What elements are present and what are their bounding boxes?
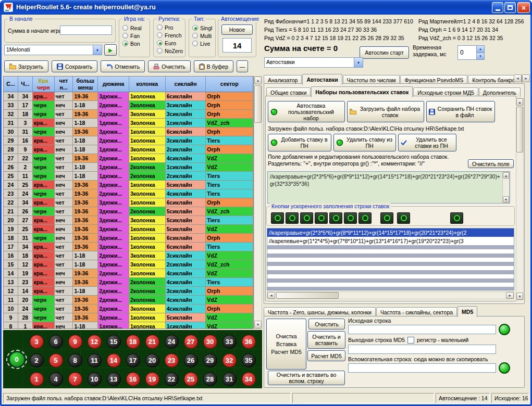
board-number-27[interactable]: 27 (184, 335, 198, 349)
table-row[interactable]: 1214кра...чет1-182дюжи...2колонка3сиклай… (4, 287, 253, 296)
board-number-6[interactable]: 6 (49, 335, 63, 349)
table-row[interactable]: 1120чернчет19-362дюжи...2колонка4сиклайн… (4, 296, 253, 304)
md5-clear-button[interactable]: Очистить (308, 319, 345, 329)
bet-list-item-1[interactable]: //кареправые+gr(2*3*5*6)+gr(8*9*11*12)+g… (267, 229, 514, 237)
bottom-tab-1[interactable]: Частота - Zero, шансы, дюжины, колонки (264, 307, 376, 316)
board-number-20[interactable]: 20 (145, 353, 159, 367)
board-number-36[interactable]: 36 (242, 335, 256, 349)
board-cell-35[interactable]: 35 (240, 351, 257, 369)
board-cell-20[interactable]: 20 (143, 351, 161, 369)
board-cell-34[interactable]: 34 (240, 370, 257, 388)
sub-tab-2[interactable]: Наборы пользовательских ставок (311, 86, 413, 97)
md5-clear-paste-aux-button[interactable]: Очистить и вставить во вспом. строку (268, 371, 345, 385)
table-row[interactable]: 262чернчет1-181дюжи...2колонка1сиклайнVd… (4, 163, 253, 172)
quick-fill-button-10[interactable] (450, 212, 463, 224)
column-header-2[interactable]: Ч... (18, 77, 33, 92)
board-number-8[interactable]: 8 (68, 353, 82, 367)
board-number-10[interactable]: 10 (88, 372, 102, 386)
md5-source-copy-button[interactable] (499, 324, 510, 335)
radio-option-multi[interactable]: Multi (189, 32, 215, 40)
table-row[interactable]: 1512кра...чет1-181дюжи...3колонка2сиклай… (4, 260, 253, 269)
radio-option-euro[interactable]: Euro (154, 39, 185, 47)
md5-aux-input[interactable] (348, 363, 496, 373)
radio-icon[interactable] (157, 48, 163, 54)
radio-option-fan[interactable]: Fan (119, 32, 150, 40)
board-cell-1[interactable]: 1 (28, 370, 45, 388)
column-header-1[interactable]: С... (4, 77, 18, 92)
board-cell-31[interactable]: 31 (220, 370, 238, 388)
board-number-17[interactable]: 17 (126, 353, 140, 367)
toolbar-undo-button[interactable]: Отменить (101, 60, 145, 72)
minimize-button[interactable] (492, 2, 503, 13)
board-cell-30[interactable]: 30 (201, 333, 219, 350)
board-cell-17[interactable]: 17 (124, 351, 142, 369)
collapse-button[interactable]: — (237, 60, 248, 72)
board-number-19[interactable]: 19 (145, 372, 159, 386)
board-cell-4[interactable]: 4 (47, 370, 65, 388)
board-number-26[interactable]: 26 (184, 353, 198, 367)
board-cell-8[interactable]: 8 (66, 351, 84, 369)
board-number-16[interactable]: 16 (126, 372, 140, 386)
table-row[interactable]: 2425кра...неч19-363дюжи...1колонка5сикла… (4, 181, 253, 189)
maximize-button[interactable] (504, 2, 516, 13)
quick-fill-button-9[interactable] (397, 212, 410, 224)
table-row[interactable]: 3434кра...чет19-363дюжи...1колонка6сикла… (4, 92, 253, 101)
quick-fill-button-5[interactable] (329, 212, 342, 224)
board-cell-18[interactable]: 18 (124, 333, 142, 350)
board-number-1[interactable]: 1 (30, 372, 44, 386)
scroll-up-icon[interactable]: ▲ (503, 172, 509, 179)
table-row[interactable]: 2722чернчет19-362дюжи...1колонка4сиклайн… (4, 154, 253, 163)
board-number-23[interactable]: 23 (165, 353, 179, 367)
add-bet-button[interactable]: Добавить ставку в ПН (268, 134, 331, 151)
board-number-3[interactable]: 3 (30, 335, 44, 349)
board-number-33[interactable]: 33 (222, 335, 237, 349)
board-cell-21[interactable]: 21 (143, 333, 161, 350)
radio-icon[interactable] (157, 40, 163, 46)
table-row[interactable]: 1323кра...неч19-362дюжи...2колонка4сикла… (4, 278, 253, 287)
radio-icon[interactable] (192, 25, 198, 31)
preset-combo[interactable]: 1Melonati ▼ (4, 45, 102, 55)
quick-fill-button-4[interactable] (315, 212, 328, 224)
board-cell-26[interactable]: 26 (182, 351, 200, 369)
table-row[interactable]: 1419кра...неч19-362дюжи...1колонка4сикла… (4, 269, 253, 278)
column-header-5[interactable]: большменш (73, 77, 98, 92)
board-cell-28[interactable]: 28 (201, 370, 219, 388)
board-number-34[interactable]: 34 (242, 372, 256, 386)
table-row[interactable]: 81кра...неч1-181дюжи...1колонка1сиклайнV… (4, 322, 253, 329)
autobet-custom-set-button[interactable]: Автоставка пользовательский набор (268, 101, 345, 122)
main-tab-2[interactable]: Автоставки (302, 74, 342, 85)
board-cell-9[interactable]: 9 (66, 333, 84, 350)
quick-fill-button-1[interactable] (271, 212, 284, 224)
radio-option-live[interactable]: Live (189, 40, 215, 47)
scroll-down-icon[interactable]: ▼ (503, 196, 509, 202)
save-bet-file-button[interactable]: Сохранить ПН ставок в файл (426, 101, 495, 122)
panel-scrollbar[interactable]: ▲ ▼ (516, 98, 524, 300)
scroll-up-icon[interactable]: ▲ (254, 77, 262, 84)
radio-icon[interactable] (122, 41, 128, 46)
board-number-12[interactable]: 12 (88, 335, 102, 349)
radio-option-singl[interactable]: Singl (189, 24, 215, 32)
delay-spin-buttons[interactable]: ▲ ▼ (476, 46, 484, 59)
table-scrollbar[interactable]: ▲ ▼ (254, 76, 262, 329)
board-cell-32[interactable]: 32 (220, 351, 238, 369)
close-button[interactable]: × (517, 2, 530, 13)
panel-scrollbar-thumb[interactable] (516, 107, 523, 153)
board-number-18[interactable]: 18 (126, 335, 140, 349)
md5-block-button[interactable]: Очистка Вставка Расчет MD5 (266, 319, 306, 370)
spin-up-icon[interactable]: ▲ (477, 46, 484, 53)
board-cell-15[interactable]: 15 (105, 333, 122, 350)
table-row[interactable]: 3317черннеч1-182дюжи...2колонка3сиклайнO… (4, 101, 253, 110)
board-cell-22[interactable]: 22 (163, 370, 180, 388)
board-number-22[interactable]: 22 (165, 372, 179, 386)
radio-option-bon[interactable]: Bon (119, 40, 150, 47)
table-row[interactable]: 2324чернчет19-362дюжи...3колонка4сиклайн… (4, 189, 253, 198)
bet-list-hscrollbar[interactable]: ◄ ► (267, 291, 514, 299)
board-cell-29[interactable]: 29 (201, 351, 219, 369)
start-sum-input[interactable] (60, 26, 112, 35)
board-cell-2[interactable]: 2 (28, 351, 45, 369)
board-cell-33[interactable]: 33 (220, 333, 238, 350)
board-number-15[interactable]: 15 (107, 335, 121, 349)
delay-spinner[interactable]: 0 ▲ ▼ (457, 45, 485, 60)
table-row[interactable]: 289кра...неч1-181дюжи...3колонка2сиклайн… (4, 145, 253, 154)
table-row[interactable]: 2126чернчет19-363дюжи...2колонка5сиклайн… (4, 207, 253, 216)
